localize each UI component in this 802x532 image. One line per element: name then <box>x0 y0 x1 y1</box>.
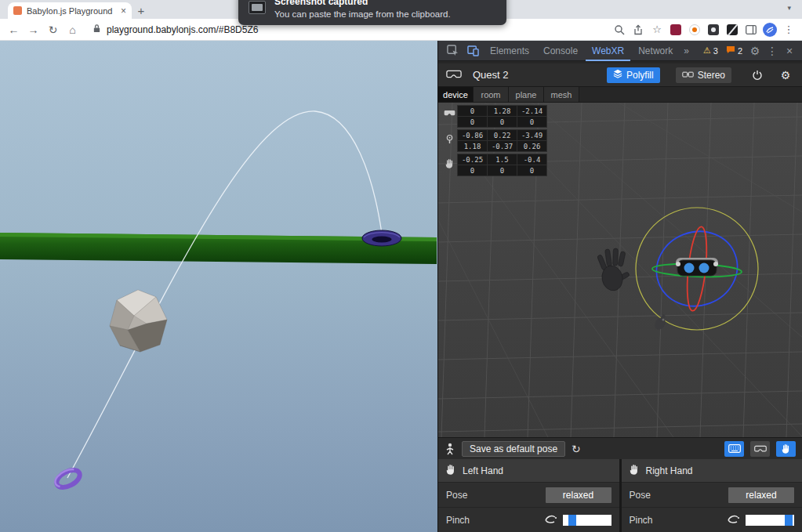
power-button[interactable] <box>749 67 766 84</box>
pose-label: Pose <box>446 490 467 501</box>
left-pinch-row: Pinch <box>438 507 619 532</box>
hand-panels: Left Hand Pose relaxed Pinch <box>438 459 802 532</box>
pinch-icon <box>728 514 740 526</box>
toast-title: Screenshot captured <box>274 0 451 7</box>
right-pose-select[interactable]: relaxed <box>728 487 794 503</box>
home-icon[interactable]: ⌂ <box>64 20 82 38</box>
tab-list-chevron-icon[interactable]: ▾ <box>787 4 791 12</box>
pinch-slider-thumb[interactable] <box>785 515 793 526</box>
warning-triangle-icon: ⚠ <box>703 45 711 56</box>
toast-message: You can paste the image from the clipboa… <box>274 9 451 19</box>
trajectory-line <box>67 111 382 478</box>
webxr-settings-gear-icon[interactable]: ⚙ <box>777 67 794 84</box>
left-pose-row: Pose relaxed <box>438 482 619 507</box>
profile-avatar[interactable] <box>761 21 778 38</box>
controller-icon <box>441 129 457 152</box>
inspect-element-icon[interactable] <box>443 42 462 60</box>
pose-label: Pose <box>630 490 651 501</box>
refresh-icon[interactable]: ↻ <box>44 20 62 38</box>
left-hand-panel: Left Hand Pose relaxed Pinch <box>438 459 619 532</box>
small-hand-model <box>652 314 667 331</box>
pose-value: 0 <box>458 117 487 127</box>
pose-value: 1.5 <box>488 154 517 165</box>
pose-row-headset: 0 1.28 -2.14 0 0 0 <box>441 105 547 128</box>
headset-icon <box>441 105 457 128</box>
left-hand-header: Left Hand <box>438 459 619 482</box>
tab-mesh[interactable]: mesh <box>544 87 579 102</box>
lock-icon <box>93 23 101 37</box>
share-icon[interactable] <box>630 21 647 38</box>
purple-torus <box>53 465 83 491</box>
headset-toggle-button[interactable] <box>750 441 770 457</box>
hand-model <box>597 248 630 292</box>
side-panel-icon[interactable] <box>742 21 760 38</box>
webxr-panel: Quest 2 Polyfill Stereo ⚙ device room pl… <box>438 61 802 532</box>
devtools-menu-icon[interactable]: ⋮ <box>764 45 780 57</box>
headset-goggles-icon <box>446 68 462 82</box>
devtools-tab-elements[interactable]: Elements <box>484 41 535 61</box>
keyboard-toggle-button[interactable] <box>724 441 744 457</box>
pose-value: 0.22 <box>488 130 517 140</box>
left-pose-select[interactable]: relaxed <box>546 487 611 503</box>
devtools-tab-webxr[interactable]: WebXR <box>586 41 630 61</box>
devtools-tab-network[interactable]: Network <box>632 41 679 61</box>
device-name: Quest 2 <box>473 69 509 81</box>
extension-icon-1[interactable] <box>667 21 684 38</box>
browser-menu-icon[interactable]: ⋮ <box>780 21 797 38</box>
device-toolbar-icon[interactable] <box>463 42 482 60</box>
right-pinch-slider[interactable] <box>746 515 794 526</box>
emulator-3d-view[interactable]: 0 1.28 -2.14 0 0 0 -0.86 0.22 <box>438 103 802 437</box>
devtools-panel: Elements Console WebXR Network » ⚠ 3 2 ⚙… <box>437 41 802 532</box>
hand-toggle-button[interactable] <box>776 441 796 457</box>
save-default-pose-button[interactable]: Save as default pose <box>462 441 565 457</box>
pose-value: 0 <box>517 165 546 176</box>
devtools-tab-console[interactable]: Console <box>537 41 584 61</box>
right-pose-row: Pose relaxed <box>622 482 802 507</box>
polyhedron-mesh <box>110 290 167 352</box>
stereo-button[interactable]: Stereo <box>676 67 731 83</box>
devtools-close-icon[interactable]: × <box>782 45 797 57</box>
webxr-header: Quest 2 Polyfill Stereo ⚙ <box>438 63 802 87</box>
extension-icon-3[interactable] <box>705 21 722 38</box>
pose-value: 0 <box>458 106 487 116</box>
emulator-toolbar: Save as default pose ↻ <box>438 437 802 459</box>
pose-value: 1.18 <box>458 141 487 151</box>
screenshot-toast[interactable]: Screenshot captured You can paste the im… <box>238 0 506 25</box>
search-icon[interactable] <box>611 21 628 38</box>
new-tab-button[interactable]: + <box>132 2 151 19</box>
devtools-settings-gear-icon[interactable]: ⚙ <box>747 45 763 57</box>
hand-panel-title: Left Hand <box>463 465 503 476</box>
pose-value: -0.4 <box>517 154 546 165</box>
tab-plane[interactable]: plane <box>509 87 544 102</box>
pinch-slider-thumb[interactable] <box>568 515 576 526</box>
left-pinch-slider[interactable] <box>563 515 611 526</box>
headset-model <box>676 258 718 276</box>
forward-icon[interactable]: → <box>24 20 42 38</box>
pose-person-icon <box>445 443 455 455</box>
pinch-label: Pinch <box>446 515 470 526</box>
polyfill-button[interactable]: Polyfill <box>607 67 660 83</box>
issue-count: 2 <box>738 46 742 56</box>
bookmark-star-icon[interactable]: ☆ <box>648 21 666 38</box>
reset-pose-icon[interactable]: ↻ <box>572 443 581 455</box>
babylon-scene-canvas[interactable] <box>0 41 437 532</box>
browser-tab[interactable]: Babylon.js Playground × <box>8 2 132 19</box>
extension-icon-4[interactable] <box>724 21 741 38</box>
pinch-icon <box>545 514 557 526</box>
extension-icon-2[interactable] <box>686 21 703 38</box>
back-icon[interactable]: ← <box>5 20 23 38</box>
pose-value: -3.49 <box>517 130 546 140</box>
tab-title: Babylon.js Playground <box>27 6 116 16</box>
target-ring <box>362 230 401 246</box>
console-warnings-badge[interactable]: ⚠ 3 <box>700 45 721 56</box>
tab-room[interactable]: room <box>474 87 509 102</box>
pose-value: 0 <box>517 117 546 127</box>
issues-badge[interactable]: 2 <box>723 45 746 56</box>
more-tabs-icon[interactable]: » <box>680 45 692 56</box>
layers-icon <box>613 69 622 81</box>
tab-device[interactable]: device <box>438 87 474 102</box>
right-hand-panel: Right Hand Pose relaxed Pinch <box>622 459 802 532</box>
tab-close-icon[interactable]: × <box>121 6 126 16</box>
hand-icon <box>441 154 457 176</box>
pose-value: 0 <box>488 117 517 127</box>
